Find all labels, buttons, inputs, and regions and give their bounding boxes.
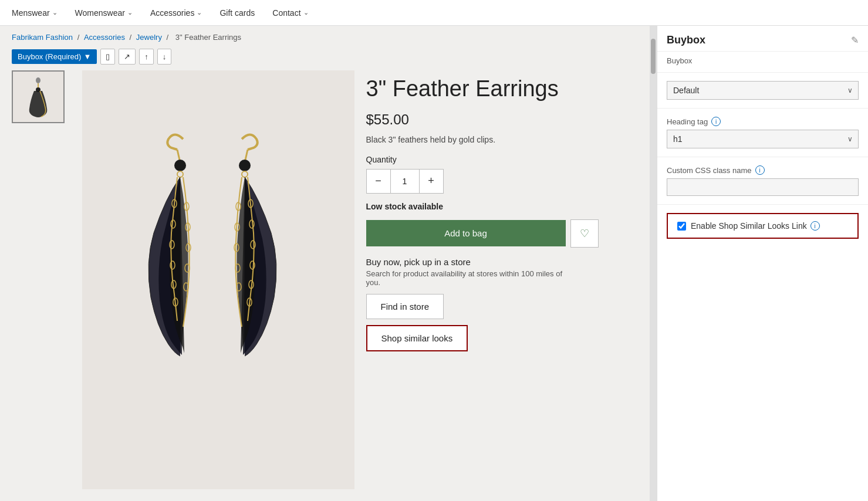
panel-header: Buybox ✎ bbox=[657, 26, 868, 52]
svg-point-0 bbox=[36, 77, 40, 83]
breadcrumb-sep: / bbox=[130, 33, 134, 42]
breadcrumb-home[interactable]: Fabrikam Fashion bbox=[12, 33, 73, 42]
quantity-decrease-button[interactable]: − bbox=[367, 170, 390, 193]
nav-item-contact[interactable]: Contact ⌄ bbox=[272, 8, 308, 18]
nav-item-womenswear[interactable]: Womenswear ⌄ bbox=[75, 8, 133, 18]
heart-icon: ♡ bbox=[580, 227, 589, 240]
nav-bar: Menswear ⌄ Womenswear ⌄ Accessories ⌄ Gi… bbox=[0, 0, 868, 26]
scrollbar[interactable] bbox=[650, 26, 657, 501]
scroll-thumb[interactable] bbox=[651, 39, 656, 74]
svg-point-19 bbox=[242, 171, 248, 177]
heading-tag-select-wrapper: h1 h2 h3 bbox=[667, 130, 859, 148]
default-select[interactable]: Default bbox=[667, 81, 859, 100]
wishlist-button[interactable]: ♡ bbox=[570, 219, 599, 248]
nav-item-menswear[interactable]: Menswear ⌄ bbox=[12, 8, 58, 18]
breadcrumb-accessories[interactable]: Accessories bbox=[84, 33, 125, 42]
panel-default-section: Default bbox=[657, 73, 868, 109]
buybox-required-button[interactable]: Buybox (Required) ▼ bbox=[12, 49, 97, 64]
breadcrumb-jewelry[interactable]: Jewelry bbox=[136, 33, 162, 42]
heading-tag-select[interactable]: h1 h2 h3 bbox=[667, 130, 859, 148]
quantity-label: Quantity bbox=[366, 155, 639, 164]
thumbnail-image bbox=[18, 73, 59, 120]
export-button[interactable]: ↗ bbox=[119, 49, 136, 65]
right-panel: Buybox ✎ Buybox Default Heading tag i h1… bbox=[657, 26, 868, 501]
breadcrumb-current: 3" Feather Earrings bbox=[175, 33, 241, 42]
product-description: Black 3" feathers held by gold clips. bbox=[366, 135, 639, 144]
action-row: Add to bag ♡ bbox=[366, 219, 639, 248]
quantity-control: − 1 + bbox=[366, 169, 444, 194]
nav-item-accessories[interactable]: Accessories ⌄ bbox=[150, 8, 202, 18]
pickup-title: Buy now, pick up in a store bbox=[366, 257, 639, 267]
panel-subtitle: Buybox bbox=[657, 52, 868, 73]
main-layout: Fabrikam Fashion / Accessories / Jewelry… bbox=[0, 26, 868, 501]
content-area: Fabrikam Fashion / Accessories / Jewelry… bbox=[0, 26, 650, 501]
svg-point-18 bbox=[239, 160, 251, 171]
main-product-image bbox=[82, 70, 354, 489]
default-select-wrapper: Default bbox=[667, 81, 859, 100]
css-class-section: Custom CSS class name i bbox=[657, 157, 868, 205]
breadcrumb-sep: / bbox=[77, 33, 82, 42]
enable-shop-similar-checkbox[interactable] bbox=[677, 222, 686, 231]
css-class-info-icon[interactable]: i bbox=[755, 165, 765, 175]
pickup-description: Search for product availability at store… bbox=[366, 269, 566, 287]
add-to-bag-button[interactable]: Add to bag bbox=[366, 220, 566, 246]
shop-similar-info-icon[interactable]: i bbox=[810, 221, 820, 231]
css-class-input[interactable] bbox=[667, 178, 859, 196]
quantity-increase-button[interactable]: + bbox=[420, 170, 443, 193]
breadcrumb: Fabrikam Fashion / Accessories / Jewelry… bbox=[0, 26, 650, 45]
chevron-down-icon: ⌄ bbox=[197, 9, 202, 16]
heading-tag-info-icon[interactable]: i bbox=[711, 117, 721, 126]
find-in-store-button[interactable]: Find in store bbox=[366, 294, 444, 319]
nav-item-giftcards[interactable]: Gift cards bbox=[219, 8, 255, 18]
shop-similar-looks-button[interactable]: Shop similar looks bbox=[366, 325, 468, 351]
enable-shop-similar-row: Enable Shop Similar Looks Link i bbox=[667, 213, 859, 239]
product-image-svg bbox=[119, 127, 318, 432]
product-layout: 3" Feather Earrings $55.00 Black 3" feat… bbox=[0, 70, 650, 501]
move-up-button[interactable]: ↑ bbox=[139, 49, 154, 65]
product-title: 3" Feather Earrings bbox=[366, 76, 639, 102]
chevron-down-icon: ▼ bbox=[83, 52, 91, 61]
enable-shop-similar-label[interactable]: Enable Shop Similar Looks Link i bbox=[691, 221, 820, 231]
move-down-button[interactable]: ↓ bbox=[157, 49, 172, 65]
heading-tag-label: Heading tag i bbox=[667, 117, 859, 126]
breadcrumb-sep: / bbox=[167, 33, 171, 42]
panel-title: Buybox bbox=[667, 34, 705, 46]
edit-icon[interactable]: ✎ bbox=[851, 35, 859, 46]
quantity-value: 1 bbox=[390, 170, 420, 193]
css-class-label: Custom CSS class name i bbox=[667, 165, 859, 175]
svg-point-4 bbox=[174, 160, 186, 171]
product-thumbnail[interactable] bbox=[12, 70, 65, 123]
thumbnail-column bbox=[12, 70, 70, 489]
chevron-down-icon: ⌄ bbox=[52, 9, 58, 16]
heading-tag-section: Heading tag i h1 h2 h3 bbox=[657, 109, 868, 157]
copy-button[interactable]: ▯ bbox=[100, 49, 115, 65]
chevron-down-icon: ⌄ bbox=[303, 9, 309, 16]
product-info: 3" Feather Earrings $55.00 Black 3" feat… bbox=[366, 70, 639, 489]
toolbar: Buybox (Required) ▼ ▯ ↗ ↑ ↓ bbox=[0, 45, 650, 70]
stock-status: Low stock available bbox=[366, 202, 639, 211]
chevron-down-icon: ⌄ bbox=[127, 9, 133, 16]
product-price: $55.00 bbox=[366, 111, 639, 128]
svg-point-5 bbox=[177, 171, 183, 177]
